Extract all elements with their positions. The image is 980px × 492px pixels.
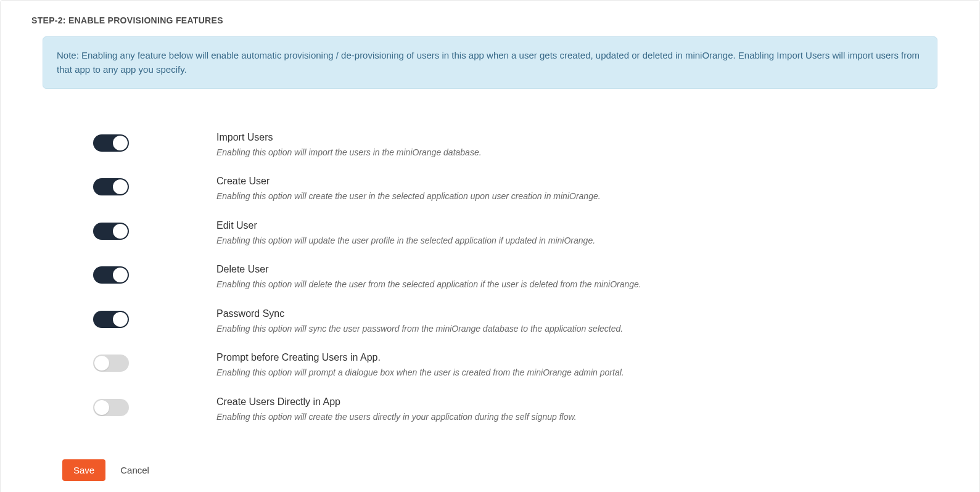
feature-text: Import Users Enabling this option will i…	[216, 132, 918, 159]
step-title: STEP-2: ENABLE PROVISIONING FEATURES	[1, 1, 979, 36]
feature-row-delete-user: Delete User Enabling this option will de…	[93, 264, 918, 291]
feature-text: Edit User Enabling this option will upda…	[216, 220, 918, 247]
toggle-delete-user[interactable]	[93, 266, 129, 284]
feature-title: Import Users	[216, 132, 918, 143]
toggle-col	[93, 176, 216, 198]
toggle-prompt-before-creating[interactable]	[93, 355, 129, 372]
feature-row-prompt-before-creating: Prompt before Creating Users in App. Ena…	[93, 352, 918, 379]
save-button[interactable]: Save	[62, 459, 105, 481]
feature-title: Password Sync	[216, 308, 918, 319]
toggle-password-sync[interactable]	[93, 311, 129, 328]
toggle-col	[93, 308, 216, 330]
feature-title: Delete User	[216, 264, 918, 275]
feature-text: Delete User Enabling this option will de…	[216, 264, 918, 291]
feature-title: Prompt before Creating Users in App.	[216, 352, 918, 363]
feature-row-edit-user: Edit User Enabling this option will upda…	[93, 220, 918, 247]
toggle-col	[93, 132, 216, 154]
form-actions: Save Cancel	[1, 453, 979, 492]
settings-panel: STEP-2: ENABLE PROVISIONING FEATURES Not…	[0, 0, 980, 492]
feature-text: Password Sync Enabling this option will …	[216, 308, 918, 335]
toggle-col	[93, 396, 216, 419]
toggle-edit-user[interactable]	[93, 223, 129, 240]
feature-title: Create Users Directly in App	[216, 396, 918, 408]
feature-row-create-user: Create User Enabling this option will cr…	[93, 176, 918, 203]
feature-text: Create Users Directly in App Enabling th…	[216, 396, 918, 424]
feature-desc: Enabling this option will create the use…	[216, 191, 918, 203]
feature-desc: Enabling this option will create the use…	[216, 411, 918, 424]
feature-desc: Enabling this option will import the use…	[216, 147, 918, 159]
provisioning-features-list: Import Users Enabling this option will i…	[1, 107, 979, 453]
feature-row-create-users-directly: Create Users Directly in App Enabling th…	[93, 396, 918, 424]
feature-desc: Enabling this option will update the use…	[216, 235, 918, 247]
feature-text: Prompt before Creating Users in App. Ena…	[216, 352, 918, 379]
info-banner: Note: Enabling any feature below will en…	[43, 36, 937, 89]
cancel-button[interactable]: Cancel	[120, 465, 149, 475]
toggle-col	[93, 220, 216, 242]
feature-row-password-sync: Password Sync Enabling this option will …	[93, 308, 918, 335]
feature-title: Create User	[216, 176, 918, 187]
feature-title: Edit User	[216, 220, 918, 231]
feature-desc: Enabling this option will delete the use…	[216, 279, 918, 291]
toggle-col	[93, 264, 216, 286]
toggle-create-users-directly[interactable]	[93, 399, 129, 416]
feature-text: Create User Enabling this option will cr…	[216, 176, 918, 203]
feature-row-import-users: Import Users Enabling this option will i…	[93, 132, 918, 159]
toggle-col	[93, 352, 216, 374]
feature-desc: Enabling this option will sync the user …	[216, 323, 918, 335]
toggle-import-users[interactable]	[93, 134, 129, 152]
toggle-create-user[interactable]	[93, 178, 129, 195]
feature-desc: Enabling this option will prompt a dialo…	[216, 367, 918, 379]
